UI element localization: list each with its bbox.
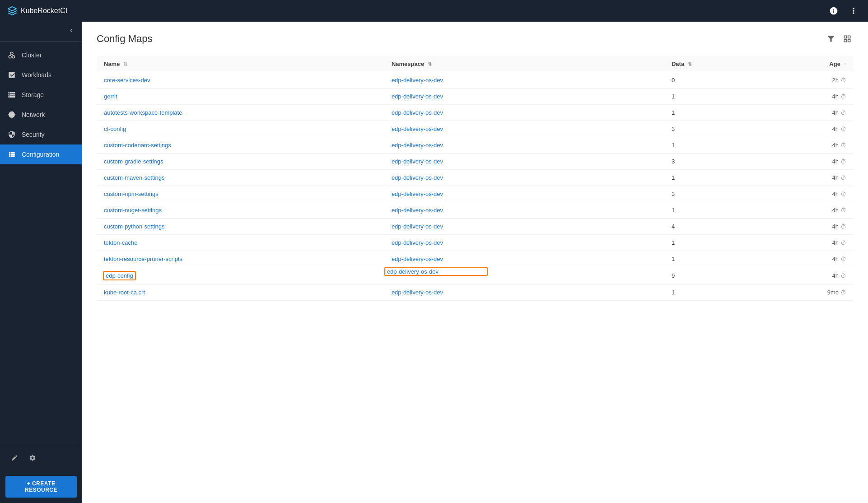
cell-namespace[interactable]: edp-delivery-os-dev bbox=[384, 219, 664, 235]
table-header-row: Name ⇅ Namespace ⇅ Data ⇅ Age bbox=[97, 56, 854, 72]
cell-name[interactable]: tekton-resource-pruner-scripts bbox=[97, 251, 384, 267]
info-icon bbox=[829, 6, 838, 15]
clock-icon: ⏱ bbox=[840, 77, 846, 84]
cell-namespace[interactable]: edp-delivery-os-dev bbox=[384, 154, 664, 170]
sidebar-item-network[interactable]: Network bbox=[0, 105, 82, 125]
create-resource-button[interactable]: + CREATE RESOURCE bbox=[5, 476, 77, 498]
sidebar: Cluster Workloads Storage bbox=[0, 22, 82, 503]
cell-data: 1 bbox=[664, 137, 755, 154]
cell-name[interactable]: ct-config bbox=[97, 121, 384, 137]
age-value: 4h bbox=[832, 126, 839, 132]
age-value: 4h bbox=[832, 256, 839, 262]
table-row: autotests-workspace-templateedp-delivery… bbox=[97, 105, 854, 121]
table-row: edp-configedp-delivery-os-dev94h⏱ bbox=[97, 267, 854, 284]
col-header-namespace[interactable]: Namespace ⇅ bbox=[384, 56, 664, 72]
app-title: KubeRocketCI bbox=[21, 7, 67, 15]
col-name-label: Name bbox=[104, 61, 120, 67]
cell-data: 4 bbox=[664, 219, 755, 235]
sidebar-item-cluster[interactable]: Cluster bbox=[0, 45, 82, 65]
cell-age: 4h⏱ bbox=[755, 267, 854, 284]
cell-name[interactable]: kube-root-ca.crt bbox=[97, 284, 384, 301]
selected-config-name[interactable]: edp-config bbox=[104, 272, 135, 279]
sidebar-bottom bbox=[0, 445, 82, 470]
workloads-label: Workloads bbox=[22, 71, 51, 79]
sidebar-item-security[interactable]: Security bbox=[0, 125, 82, 144]
cell-age: 2h⏱ bbox=[755, 72, 854, 88]
settings-icon-button[interactable] bbox=[25, 451, 40, 465]
sidebar-item-storage[interactable]: Storage bbox=[0, 85, 82, 105]
config-maps-table: Name ⇅ Namespace ⇅ Data ⇅ Age bbox=[97, 56, 854, 301]
cell-age: 4h⏱ bbox=[755, 88, 854, 105]
cell-namespace[interactable]: edp-delivery-os-dev bbox=[384, 88, 664, 105]
table-row: custom-gradle-settingsedp-delivery-os-de… bbox=[97, 154, 854, 170]
filter-icon bbox=[826, 34, 835, 43]
cell-namespace[interactable]: edp-delivery-os-dev bbox=[384, 186, 664, 202]
clock-icon: ⏱ bbox=[840, 239, 846, 246]
col-header-age[interactable]: Age ↑ bbox=[755, 56, 854, 72]
cell-namespace[interactable]: edp-delivery-os-dev bbox=[384, 121, 664, 137]
cell-namespace[interactable]: edp-delivery-os-dev bbox=[384, 105, 664, 121]
cell-name[interactable]: custom-python-settings bbox=[97, 219, 384, 235]
view-toggle-button[interactable] bbox=[841, 33, 854, 45]
chevron-left-icon bbox=[68, 27, 75, 34]
more-options-button[interactable] bbox=[846, 4, 861, 18]
edit-icon-button[interactable] bbox=[7, 451, 22, 465]
cell-age: 4h⏱ bbox=[755, 235, 854, 251]
cell-data: 9 bbox=[664, 267, 755, 284]
cell-name[interactable]: custom-gradle-settings bbox=[97, 154, 384, 170]
cell-namespace[interactable]: edp-delivery-os-dev bbox=[384, 72, 664, 88]
sidebar-item-configuration[interactable]: Configuration bbox=[0, 144, 82, 164]
cell-namespace[interactable]: edp-delivery-os-dev bbox=[384, 137, 664, 154]
cell-data: 3 bbox=[664, 121, 755, 137]
table-row: custom-python-settingsedp-delivery-os-de… bbox=[97, 219, 854, 235]
cell-name[interactable]: tekton-cache bbox=[97, 235, 384, 251]
age-value: 4h bbox=[832, 158, 839, 165]
table-row: custom-npm-settingsedp-delivery-os-dev34… bbox=[97, 186, 854, 202]
col-namespace-sort-icon: ⇅ bbox=[428, 61, 432, 67]
clock-icon: ⏱ bbox=[840, 191, 846, 197]
cell-name[interactable]: custom-maven-settings bbox=[97, 170, 384, 186]
col-name-sort-icon: ⇅ bbox=[123, 61, 127, 67]
cell-namespace[interactable]: edp-delivery-os-dev bbox=[384, 251, 664, 267]
table-row: kube-root-ca.crtedp-delivery-os-dev19mo⏱ bbox=[97, 284, 854, 301]
cell-namespace[interactable]: edp-delivery-os-dev bbox=[384, 284, 664, 301]
configuration-label: Configuration bbox=[22, 151, 59, 158]
cell-age: 4h⏱ bbox=[755, 154, 854, 170]
clock-icon: ⏱ bbox=[840, 289, 846, 296]
sidebar-collapse-button[interactable] bbox=[66, 25, 77, 37]
col-age-label: Age bbox=[829, 61, 840, 67]
cell-namespace[interactable]: edp-delivery-os-dev bbox=[384, 202, 664, 219]
cell-data: 3 bbox=[664, 154, 755, 170]
configuration-icon bbox=[7, 150, 16, 159]
cell-name[interactable]: custom-npm-settings bbox=[97, 186, 384, 202]
cell-namespace[interactable]: edp-delivery-os-dev bbox=[384, 170, 664, 186]
cell-name[interactable]: gerrit bbox=[97, 88, 384, 105]
cell-name[interactable]: custom-codenarc-settings bbox=[97, 137, 384, 154]
cell-age: 9mo⏱ bbox=[755, 284, 854, 301]
cell-age: 4h⏱ bbox=[755, 186, 854, 202]
pencil-icon bbox=[11, 454, 18, 461]
table-row: core-services-devedp-delivery-os-dev02h⏱ bbox=[97, 72, 854, 88]
cluster-label: Cluster bbox=[22, 51, 42, 59]
table-body: core-services-devedp-delivery-os-dev02h⏱… bbox=[97, 72, 854, 301]
col-header-name[interactable]: Name ⇅ bbox=[97, 56, 384, 72]
topbar: KubeRocketCI bbox=[0, 0, 868, 22]
data-table: Name ⇅ Namespace ⇅ Data ⇅ Age bbox=[97, 56, 854, 301]
age-value: 2h bbox=[832, 77, 839, 84]
cell-name[interactable]: autotests-workspace-template bbox=[97, 105, 384, 121]
info-button[interactable] bbox=[826, 4, 841, 18]
cell-name[interactable]: custom-nuget-settings bbox=[97, 202, 384, 219]
sidebar-item-workloads[interactable]: Workloads bbox=[0, 65, 82, 85]
cell-data: 1 bbox=[664, 202, 755, 219]
cluster-icon bbox=[7, 51, 16, 60]
cell-age: 4h⏱ bbox=[755, 137, 854, 154]
table-row: custom-codenarc-settingsedp-delivery-os-… bbox=[97, 137, 854, 154]
cell-name[interactable]: core-services-dev bbox=[97, 72, 384, 88]
main-content: Config Maps Nam bbox=[82, 22, 868, 503]
cell-namespace[interactable]: edp-delivery-os-dev bbox=[384, 235, 664, 251]
filter-button[interactable] bbox=[825, 33, 837, 45]
cell-namespace[interactable]: edp-delivery-os-dev bbox=[384, 267, 488, 276]
col-header-data[interactable]: Data ⇅ bbox=[664, 56, 755, 72]
cell-age: 4h⏱ bbox=[755, 121, 854, 137]
cell-data: 1 bbox=[664, 88, 755, 105]
